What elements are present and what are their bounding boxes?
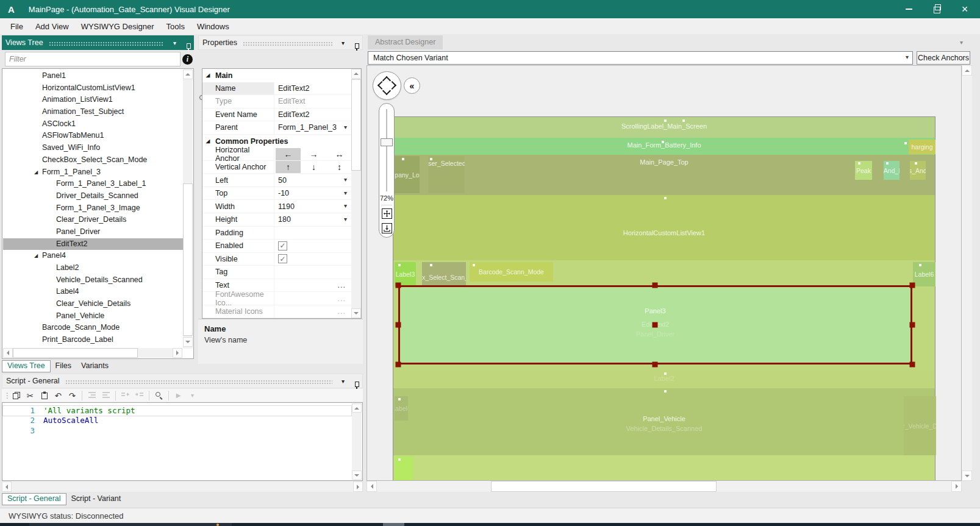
script-header[interactable]: Script - General [2,374,363,388]
tree-item[interactable]: Form_1_Panel_3_Label_1 [3,178,183,190]
properties-vscroll-thumb[interactable] [351,79,361,171]
view-bottom-row[interactable] [393,455,935,481]
ellipsis-button[interactable]: ... [338,294,346,303]
tab-variants[interactable]: Variants [76,361,113,372]
anchor-right-button[interactable]: → [301,148,326,160]
script-scroll-right-button[interactable] [353,482,363,492]
indent-block-icon[interactable] [133,389,146,401]
code-line[interactable]: 1'All variants script [3,406,351,416]
selection-handle[interactable] [653,283,658,288]
selection-handle[interactable] [910,322,915,328]
tab-script-variant[interactable]: Script - Variant [66,494,126,505]
chevron-down-icon[interactable] [170,40,180,46]
tree-item[interactable]: Vehicle_Details_Scanned [3,274,183,286]
restore-button[interactable] [923,0,951,18]
tab-views-tree[interactable]: Views Tree [2,360,51,372]
tree-item[interactable]: Animation_ListView1 [3,94,183,106]
outdent-block-icon[interactable] [119,389,132,401]
tree-scroll-right-button[interactable] [173,348,182,358]
tree-item[interactable]: CheckBox_Select_Scan_Mode [3,154,183,166]
tree-hscroll-thumb[interactable] [13,348,138,358]
section-common-properties[interactable]: Common Properties [202,135,351,148]
property-row-name[interactable]: Name EditText2 [202,82,351,96]
chevron-down-icon[interactable] [344,202,347,209]
tree-item-expandable[interactable]: Panel4 [3,250,183,262]
tree-item[interactable]: Panel_Vehicle [3,310,183,322]
chevron-down-icon[interactable] [344,176,347,183]
tree-item[interactable]: Clear_Driver_Details [3,214,183,226]
toolbar-overflow-icon[interactable] [186,389,199,401]
close-button[interactable]: × [951,0,979,18]
tree-vscroll-thumb[interactable] [183,183,193,336]
script-scroll-up-button[interactable] [352,403,362,413]
view-label6[interactable]: Label6 [913,262,935,286]
selection-handle[interactable] [653,362,658,368]
view-clear-vehicle[interactable]: ar_Vehicle_De [904,396,936,455]
property-row-top[interactable]: Top -10 [202,187,351,201]
chevron-down-icon[interactable] [338,378,348,385]
property-row-padding[interactable]: Padding [202,227,351,240]
view-horizontal-listview[interactable]: HorizontalCustomListView1 [393,195,935,260]
tree-item[interactable]: Label2 [3,262,183,274]
properties-scroll-down-button[interactable] [351,308,361,318]
collapse-tools-button[interactable] [404,77,420,94]
zoom-slider-track[interactable] [386,109,387,191]
tree-scroll-up-button[interactable] [183,69,193,79]
view-ss-and-box[interactable]: ss_And_ [910,161,926,180]
anchor-top-button[interactable]: ↑ [276,161,301,173]
section-main[interactable]: Main [202,69,351,82]
tab-abstract-designer[interactable]: Abstract Designer [368,35,443,49]
import-layout-button[interactable] [382,223,392,233]
menu-tools[interactable]: Tools [160,22,191,31]
enabled-checkbox[interactable] [278,241,287,251]
search-button[interactable] [152,389,165,401]
cut-button[interactable]: ✂ [24,389,37,401]
tree-item[interactable]: Form_1_Panel_3_Image [3,202,183,215]
tree-scroll-down-button[interactable] [183,337,193,347]
view-company-logo[interactable]: pany_Lo [395,156,420,193]
fit-view-button[interactable] [382,208,392,219]
menu-wysiwyg-designer[interactable]: WYSIWYG Designer [75,22,160,31]
tree-item[interactable]: HorizontalCustomListView1 [3,82,183,94]
menu-add-view[interactable]: Add View [29,22,75,31]
tree-scroll-left-button[interactable] [3,348,13,358]
pan-down-icon[interactable] [382,87,391,95]
anchor-left-button[interactable]: ← [276,148,301,160]
view-user-selected[interactable]: o_User_Selected_Lo [428,156,465,193]
property-row-parent[interactable]: Parent Form_1_Panel_3 [202,121,351,135]
check-anchors-button[interactable]: Check Anchors [917,51,970,65]
selection-handle[interactable] [653,322,658,328]
tree-item[interactable]: Clear_Vehicle_Details [3,298,183,310]
properties-header[interactable]: Properties [198,35,363,50]
paste-button[interactable] [38,389,51,401]
view-barcode-scan-mode[interactable]: Barcode_Scann_Mode [470,262,553,282]
tree-item[interactable]: Driver_Details_Scanned [3,190,183,202]
code-line[interactable]: 2AutoScaleAll [3,416,351,425]
script-scroll-down-button[interactable] [352,471,362,480]
pan-right-icon[interactable] [388,81,396,90]
selection-handle[interactable] [396,322,401,328]
anchor-stretch-v-button[interactable]: ↕ [327,161,352,173]
properties-scroll-up-button[interactable] [351,69,361,79]
chevron-down-icon[interactable] [344,190,347,196]
script-scroll-left-button[interactable] [2,482,12,492]
anchor-stretch-h-button[interactable]: ↔ [327,148,352,160]
selection-handle[interactable] [396,283,401,288]
tree-item[interactable]: Barcode_Scann_Mode [3,322,183,334]
property-row-width[interactable]: Width 1190 [202,200,351,213]
expander-icon[interactable] [34,250,38,262]
copy-button[interactable] [10,389,23,401]
designer-scroll-left-button[interactable] [367,481,377,492]
tab-files[interactable]: Files [51,361,76,372]
ellipsis-button[interactable]: ... [338,307,346,316]
designer-screen[interactable]: ScrollingLabel_Main_Screen Main_Form_Bat… [393,116,935,481]
tree-item-expandable[interactable]: Form_1_Panel_3 [3,166,183,179]
menu-file[interactable]: File [4,22,29,31]
chevron-down-icon[interactable] [338,40,348,46]
undo-button[interactable] [52,389,65,401]
code-line[interactable]: 3 [3,426,351,436]
view-print-barcode[interactable]: t_Barcode_La [395,457,413,481]
tree-item[interactable]: ASFlowTabMenu1 [3,130,183,142]
tree-item[interactable]: Saved_WiFi_Info [3,142,183,154]
designer-scroll-up-button[interactable] [962,65,972,76]
